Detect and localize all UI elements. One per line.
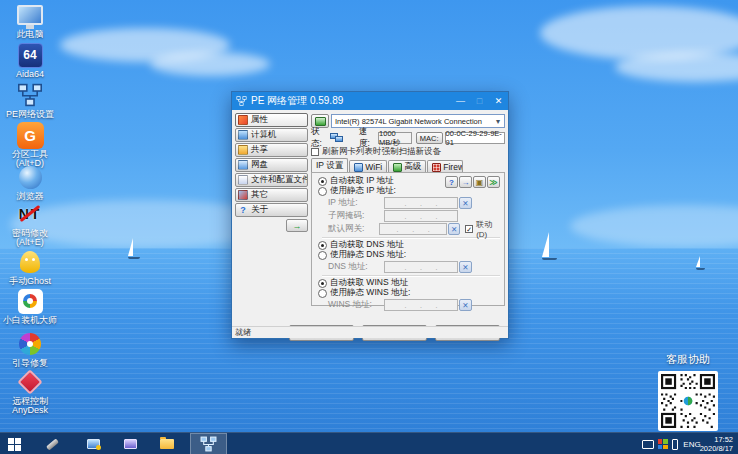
adapter-panel: Intel(R) 82574L Gigabit Network Connecti… (311, 112, 505, 306)
computer-icon (17, 5, 43, 25)
qr-code (658, 371, 718, 431)
link-checkbox[interactable]: ✓ (465, 225, 473, 233)
window-statusbar: 就绪 (232, 326, 508, 338)
desktop-icon-xiaobai[interactable]: 小白装机大师 (2, 288, 58, 325)
taskbar-tools-button[interactable] (42, 433, 62, 454)
help-button[interactable]: ? (445, 176, 458, 188)
sidebar-item-profiles[interactable]: 文件和配置文件 (235, 173, 308, 187)
more-button[interactable]: ≫ (487, 176, 500, 188)
desktop-icon-ghost[interactable]: 手动Ghost (2, 249, 58, 286)
tool-icon (45, 438, 58, 450)
tray-display-icon[interactable] (641, 433, 655, 454)
gateway-input[interactable]: . . . (379, 223, 447, 235)
connection-status-icon (330, 133, 342, 143)
desktop-icon-browser[interactable]: 浏览器 (2, 164, 58, 201)
clear-wins-button[interactable]: ✕ (459, 299, 472, 311)
clear-ip-button[interactable]: ✕ (459, 197, 472, 209)
taskbar-explorer-button[interactable] (157, 433, 177, 454)
ip-settings-panel: ? → ▣ ≫ 自动获取 IP 地址 使用静态 IP 地址: IP 地址 (311, 172, 505, 306)
adapter-select[interactable]: Intel(R) 82574L Gigabit Network Connecti… (331, 114, 505, 128)
mac-value: 00-0C-29-29-9E-91 (445, 132, 505, 144)
maximize-button: □ (470, 92, 489, 110)
clear-gateway-button[interactable]: ✕ (448, 223, 460, 235)
titlebar[interactable]: PE 网络管理 0.59.89 — □ ✕ (232, 92, 508, 110)
desktop-icon-aida64[interactable]: 64 Aida64 (2, 42, 58, 79)
apply-ip-button[interactable]: → (459, 176, 472, 188)
taskbar-clock[interactable]: 17:52 2020/8/17 (697, 433, 737, 454)
force-rescan-label: 刷新网卡列表时强制扫描新设备 (322, 146, 441, 158)
paste-button[interactable]: ▣ (473, 176, 486, 188)
profiles-icon (238, 175, 248, 185)
tray-color-icon[interactable] (656, 433, 669, 454)
taskbar: ENG 17:52 2020/8/17 (0, 432, 738, 454)
installer-icon (18, 289, 43, 314)
sidebar-item-misc[interactable]: 其它 (235, 188, 308, 202)
monitor-icon (642, 440, 654, 449)
tab-ip-settings[interactable]: IP 设置 (311, 158, 348, 173)
network-nodes-icon (200, 436, 217, 452)
tray-usb-icon[interactable] (670, 433, 680, 454)
static-wins-radio[interactable] (318, 289, 327, 298)
ghost-icon (20, 251, 40, 273)
desktop-icon-anydesk[interactable]: 远程控制 AnyDesk (2, 369, 58, 415)
auto-dns-radio[interactable] (318, 241, 327, 250)
tab-bar: IP 设置 WiFi 高级 Firew (311, 158, 505, 173)
desktop-icon-diskgenius[interactable]: G 分区工具 (Alt+D) (2, 122, 58, 168)
clear-dns-button[interactable]: ✕ (459, 261, 472, 273)
chevron-down-icon: ▾ (492, 117, 504, 126)
advanced-icon (393, 163, 402, 172)
misc-icon (238, 190, 248, 200)
properties-icon (238, 115, 248, 125)
static-ip-radio[interactable] (318, 187, 327, 196)
sidebar-item-computer[interactable]: 计算机 (235, 128, 308, 142)
ip-address-input[interactable]: . . . (384, 197, 458, 209)
dns-input[interactable]: . . . (384, 261, 458, 273)
sidebar-item-shares[interactable]: 共享 (235, 143, 308, 157)
desktop-icon-this-pc[interactable]: 此电脑 (2, 2, 58, 39)
mac-label[interactable]: MAC: (416, 132, 443, 144)
sailboat (128, 238, 140, 259)
globe-icon (19, 166, 42, 189)
subnet-mask-input[interactable]: . . . (384, 210, 458, 222)
taskbar-pe-network-task[interactable] (190, 433, 227, 454)
aida64-icon: 64 (18, 43, 43, 68)
network-nodes-icon (17, 83, 43, 107)
start-button[interactable] (2, 433, 26, 454)
desktop-icon-pe-network[interactable]: PE网络设置 (2, 82, 58, 119)
sailboat (542, 232, 557, 260)
wins-input[interactable]: . . . (384, 299, 458, 311)
minimize-button[interactable]: — (451, 92, 470, 110)
diskgenius-icon: G (17, 122, 44, 149)
nic-icon (315, 117, 326, 126)
windows-logo-icon (8, 438, 21, 451)
pc-icon (124, 439, 137, 449)
desktop: 此电脑 64 Aida64 PE网络设置 G 分区工具 (Alt+D) 浏览器 … (0, 0, 738, 454)
cloud (150, 52, 270, 76)
window-icon (236, 96, 247, 106)
force-rescan-checkbox[interactable] (311, 148, 319, 156)
auto-ip-radio[interactable] (318, 177, 327, 186)
folder-icon (160, 439, 174, 449)
computer-icon (238, 130, 248, 140)
wifi-icon (354, 163, 363, 172)
firewall-icon (432, 163, 441, 172)
clock-time: 17:52 (714, 435, 733, 444)
sidebar-item-netdrive[interactable]: 网盘 (235, 158, 308, 172)
close-button[interactable]: ✕ (489, 92, 508, 110)
sidebar-item-properties[interactable]: 属性 (235, 113, 308, 127)
auto-wins-radio[interactable] (318, 279, 327, 288)
nt-password-icon: NT (16, 203, 44, 225)
taskbar-display-button[interactable] (83, 433, 103, 454)
taskbar-computer-button[interactable] (120, 433, 140, 454)
support-qr-block: 客服协助 (652, 352, 724, 431)
display-icon (87, 439, 100, 449)
window-body: 属性 计算机 共享 网盘 文件和配置文件 (232, 110, 508, 326)
sidebar-next-button[interactable]: → (286, 219, 308, 232)
static-dns-radio[interactable] (318, 251, 327, 260)
color-settings-icon (658, 439, 668, 449)
sidebar-item-about[interactable]: ? 关于 (235, 203, 308, 217)
clock-date: 2020/8/17 (700, 444, 733, 453)
desktop-icon-boot-repair[interactable]: 引导修复 (2, 331, 58, 368)
window-title: PE 网络管理 0.59.89 (251, 94, 451, 108)
desktop-icon-password-reset[interactable]: NT 密码修改 (Alt+E) (2, 201, 58, 247)
